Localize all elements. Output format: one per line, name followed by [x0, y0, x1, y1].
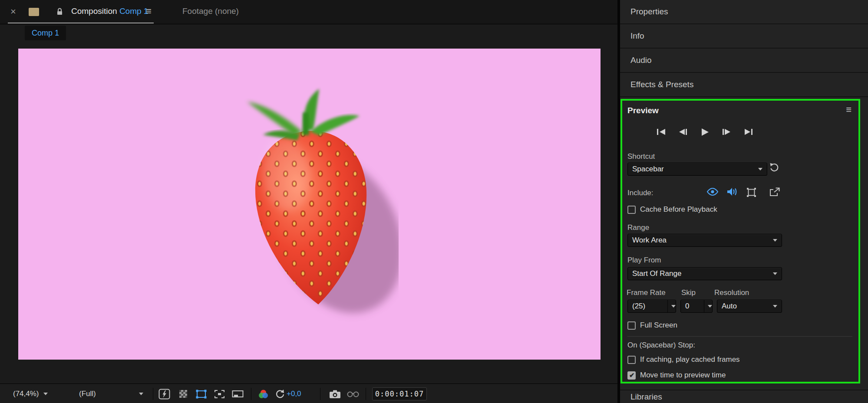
chevron-down-icon	[708, 305, 712, 308]
if-caching-checkbox[interactable]	[627, 356, 636, 364]
resolution-label: Resolution	[714, 288, 749, 297]
go-to-end-button[interactable]	[741, 126, 756, 138]
range-label: Range	[627, 223, 649, 232]
preview-resolution-dropdown[interactable]: Auto	[717, 300, 782, 313]
comp-navigator-button[interactable]: Comp 1	[25, 26, 66, 40]
range-value: Work Area	[632, 236, 667, 245]
magnification-dropdown[interactable]: (74,4%)	[10, 387, 50, 400]
region-of-interest-icon	[214, 390, 225, 399]
chevron-down-icon	[671, 305, 676, 308]
close-panel-icon[interactable]: ×	[10, 6, 16, 17]
show-snapshot-button[interactable]	[345, 387, 361, 400]
current-time-display[interactable]: 0:00:01:07	[372, 387, 427, 400]
toolbar-separator	[366, 388, 366, 400]
next-frame-button[interactable]	[719, 126, 734, 138]
play-from-value: Start Of Range	[632, 269, 681, 278]
panel-menu-icon[interactable]: ≡	[146, 6, 152, 17]
mask-visibility-button[interactable]	[193, 387, 209, 400]
chevron-down-icon	[758, 168, 762, 170]
panel-header-effects-presets[interactable]: Effects & Presets	[620, 73, 868, 97]
transport-controls	[627, 126, 782, 138]
magnification-value: (74,4%)	[13, 390, 39, 398]
exposure-value[interactable]: +0,0	[287, 390, 301, 398]
strawberry-image	[225, 79, 399, 348]
preview-panel: Preview ≡	[620, 99, 860, 383]
shortcut-label: Shortcut	[627, 152, 655, 161]
include-video-toggle[interactable]	[706, 187, 719, 198]
transparency-grid-button[interactable]	[175, 387, 191, 400]
preview-menu-icon[interactable]: ≡	[846, 104, 851, 115]
viewer-tab-bar: × Composition Comp 1 ≡ Footage (none)	[0, 0, 617, 24]
skip-label: Skip	[681, 288, 696, 297]
composition-panel-icon	[29, 8, 39, 16]
toolbar-separator	[153, 388, 153, 400]
primary-viewer-toggle[interactable]	[769, 187, 780, 199]
play-from-label: Play From	[627, 256, 661, 265]
full-screen-label: Full Screen	[640, 321, 677, 330]
panel-header-info[interactable]: Info	[620, 24, 868, 49]
include-audio-toggle[interactable]	[726, 187, 738, 198]
tab-footage[interactable]: Footage (none)	[182, 7, 239, 16]
full-screen-checkbox[interactable]	[627, 321, 636, 330]
region-of-interest-button[interactable]	[211, 387, 227, 400]
skip-dropdown[interactable]: 0	[680, 300, 713, 313]
panel-header-audio[interactable]: Audio	[620, 49, 868, 73]
on-stop-label: On (Spacebar) Stop:	[627, 341, 695, 350]
resolution-dropdown[interactable]: (Full)	[76, 387, 146, 400]
frame-rate-label: Frame Rate	[627, 288, 666, 297]
panel-header-libraries[interactable]: Libraries	[620, 390, 868, 403]
frame-rate-value: (25)	[632, 302, 645, 311]
panel-header-label: Properties	[630, 7, 668, 16]
chevron-down-icon	[43, 393, 48, 395]
play-from-dropdown[interactable]: Start Of Range	[627, 267, 782, 280]
chevron-segment	[667, 300, 676, 312]
reset-shortcut-button[interactable]	[769, 162, 779, 174]
include-overlays-toggle[interactable]	[746, 187, 756, 199]
shortcut-dropdown[interactable]: Spacebar	[627, 163, 767, 176]
tab-composition[interactable]: Composition Comp 1	[71, 7, 148, 16]
chevron-segment	[704, 300, 712, 312]
panel-header-properties[interactable]: Properties	[620, 0, 868, 24]
active-tab-underline	[8, 23, 154, 23]
timecode-value: 0:00:01:07	[375, 390, 424, 398]
panel-header-label: Info	[630, 31, 644, 41]
frame-rate-dropdown[interactable]: (25)	[627, 300, 676, 313]
move-time-row: Move time to preview time	[627, 371, 726, 380]
view-layout-button[interactable]	[230, 387, 245, 400]
comp-navigator-label: Comp 1	[32, 29, 59, 38]
go-to-start-icon	[656, 128, 667, 136]
composition-tab-title: Composition	[71, 7, 117, 16]
view-layout-icon	[232, 390, 244, 399]
snapshot-button[interactable]	[327, 387, 343, 400]
speaker-icon	[726, 187, 738, 197]
move-time-checkbox[interactable]	[627, 371, 636, 380]
cache-before-playback-label: Cache Before Playback	[640, 205, 717, 214]
panel-header-label: Audio	[630, 56, 652, 65]
composition-canvas[interactable]	[18, 49, 601, 360]
play-button[interactable]	[697, 126, 712, 138]
reset-exposure-icon	[275, 389, 285, 399]
shortcut-value: Spacebar	[632, 165, 664, 174]
previous-frame-button[interactable]	[676, 126, 690, 138]
if-caching-row: If caching, play cached frames	[627, 355, 740, 364]
draft-3d-button[interactable]	[156, 387, 172, 400]
overlays-frame-icon	[746, 187, 756, 197]
chevron-down-icon	[773, 239, 777, 242]
right-panel-stack: Properties Info Audio Effects & Presets …	[620, 0, 868, 403]
previous-frame-icon	[678, 128, 688, 136]
cache-before-playback-checkbox[interactable]	[627, 206, 636, 214]
section-divider	[627, 336, 852, 337]
resolution-value: (Full)	[79, 390, 96, 398]
viewer-share-icon	[769, 187, 780, 197]
go-to-start-button[interactable]	[654, 126, 669, 138]
range-dropdown[interactable]: Work Area	[627, 234, 782, 247]
reset-exposure-button[interactable]	[272, 387, 287, 400]
glasses-icon	[347, 390, 359, 398]
chevron-down-icon	[773, 272, 777, 275]
show-channel-button[interactable]	[255, 387, 271, 400]
composition-tab-comp-name: Comp 1	[119, 7, 149, 16]
move-time-label: Move time to preview time	[640, 371, 726, 380]
transparency-grid-icon	[179, 390, 187, 398]
lock-icon[interactable]	[56, 8, 63, 17]
draft-3d-icon	[158, 389, 170, 400]
